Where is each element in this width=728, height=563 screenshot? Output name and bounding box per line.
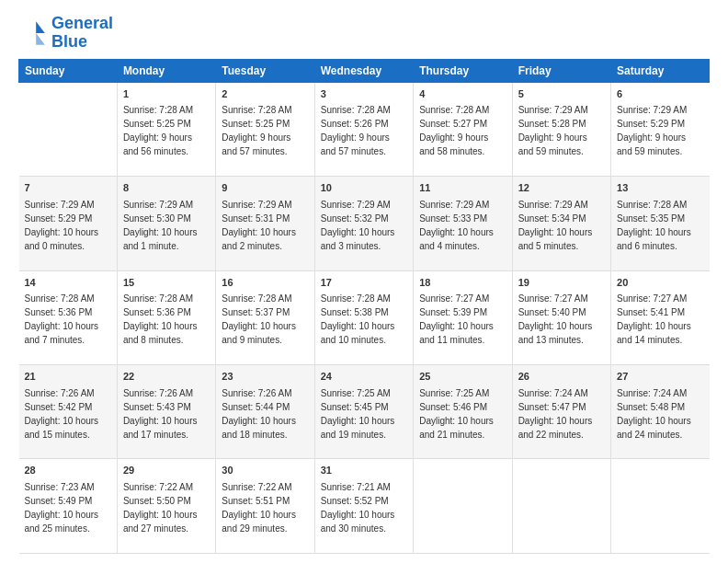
day-number: 25 [419, 369, 506, 385]
week-row-4: 21Sunrise: 7:26 AM Sunset: 5:42 PM Dayli… [19, 365, 710, 459]
day-cell: 20Sunrise: 7:27 AM Sunset: 5:41 PM Dayli… [611, 270, 710, 364]
day-number: 26 [518, 369, 605, 385]
day-number: 24 [321, 369, 407, 385]
header-cell-wednesday: Wednesday [314, 59, 413, 82]
day-content: Sunrise: 7:29 AM Sunset: 5:29 PM Dayligh… [617, 105, 687, 156]
day-cell: 3Sunrise: 7:28 AM Sunset: 5:26 PM Daylig… [314, 82, 413, 176]
day-content: Sunrise: 7:29 AM Sunset: 5:32 PM Dayligh… [321, 200, 395, 251]
day-cell [611, 459, 710, 554]
day-number: 5 [518, 86, 605, 102]
day-number: 15 [123, 275, 210, 291]
day-content: Sunrise: 7:26 AM Sunset: 5:43 PM Dayligh… [123, 388, 198, 440]
calendar-table: SundayMondayTuesdayWednesdayThursdayFrid… [18, 59, 710, 554]
day-content: Sunrise: 7:29 AM Sunset: 5:31 PM Dayligh… [222, 200, 296, 251]
day-number: 2 [222, 86, 308, 102]
day-content: Sunrise: 7:26 AM Sunset: 5:44 PM Dayligh… [222, 388, 296, 440]
day-cell: 30Sunrise: 7:22 AM Sunset: 5:51 PM Dayli… [216, 459, 314, 554]
header-cell-monday: Monday [117, 59, 215, 82]
week-row-2: 7Sunrise: 7:29 AM Sunset: 5:29 PM Daylig… [19, 177, 710, 270]
day-cell: 27Sunrise: 7:24 AM Sunset: 5:48 PM Dayli… [611, 365, 710, 459]
logo-text: General Blue [51, 15, 113, 52]
day-number: 16 [222, 275, 308, 291]
day-content: Sunrise: 7:28 AM Sunset: 5:35 PM Dayligh… [617, 200, 691, 251]
header-cell-sunday: Sunday [19, 59, 118, 82]
day-content: Sunrise: 7:28 AM Sunset: 5:36 PM Dayligh… [25, 293, 99, 345]
day-content: Sunrise: 7:26 AM Sunset: 5:42 PM Dayligh… [25, 388, 99, 440]
day-content: Sunrise: 7:22 AM Sunset: 5:50 PM Dayligh… [123, 482, 198, 534]
day-cell: 23Sunrise: 7:26 AM Sunset: 5:44 PM Dayli… [216, 365, 314, 459]
day-number: 19 [518, 275, 605, 291]
day-content: Sunrise: 7:24 AM Sunset: 5:47 PM Dayligh… [518, 388, 593, 440]
header: General Blue [18, 15, 710, 52]
day-content: Sunrise: 7:29 AM Sunset: 5:30 PM Dayligh… [123, 200, 198, 251]
day-number: 12 [518, 180, 605, 196]
day-content: Sunrise: 7:29 AM Sunset: 5:29 PM Dayligh… [25, 200, 99, 251]
day-content: Sunrise: 7:27 AM Sunset: 5:41 PM Dayligh… [617, 293, 691, 345]
day-cell [512, 459, 610, 554]
day-cell: 1Sunrise: 7:28 AM Sunset: 5:25 PM Daylig… [117, 82, 215, 176]
day-cell: 17Sunrise: 7:28 AM Sunset: 5:38 PM Dayli… [314, 270, 413, 364]
day-cell: 7Sunrise: 7:29 AM Sunset: 5:29 PM Daylig… [19, 177, 118, 270]
day-number: 28 [25, 463, 111, 478]
day-content: Sunrise: 7:21 AM Sunset: 5:52 PM Dayligh… [321, 482, 395, 534]
day-content: Sunrise: 7:28 AM Sunset: 5:26 PM Dayligh… [321, 105, 391, 156]
day-content: Sunrise: 7:28 AM Sunset: 5:38 PM Dayligh… [321, 293, 395, 345]
day-number: 3 [321, 86, 407, 102]
day-content: Sunrise: 7:27 AM Sunset: 5:40 PM Dayligh… [518, 293, 593, 345]
day-content: Sunrise: 7:25 AM Sunset: 5:46 PM Dayligh… [419, 388, 494, 440]
day-cell: 24Sunrise: 7:25 AM Sunset: 5:45 PM Dayli… [314, 365, 413, 459]
header-cell-saturday: Saturday [611, 59, 710, 82]
day-content: Sunrise: 7:29 AM Sunset: 5:33 PM Dayligh… [419, 200, 494, 251]
day-number: 21 [25, 369, 111, 385]
day-number: 11 [419, 180, 506, 196]
week-row-1: 1Sunrise: 7:28 AM Sunset: 5:25 PM Daylig… [19, 82, 710, 176]
day-content: Sunrise: 7:28 AM Sunset: 5:37 PM Dayligh… [222, 293, 296, 345]
week-row-5: 28Sunrise: 7:23 AM Sunset: 5:49 PM Dayli… [19, 459, 710, 554]
day-cell: 9Sunrise: 7:29 AM Sunset: 5:31 PM Daylig… [216, 177, 314, 270]
day-number: 29 [123, 463, 210, 478]
day-cell: 26Sunrise: 7:24 AM Sunset: 5:47 PM Dayli… [512, 365, 610, 459]
svg-marker-1 [36, 33, 45, 45]
day-content: Sunrise: 7:29 AM Sunset: 5:28 PM Dayligh… [518, 105, 588, 156]
day-number: 10 [321, 180, 407, 196]
logo-icon [18, 18, 48, 48]
day-content: Sunrise: 7:28 AM Sunset: 5:25 PM Dayligh… [222, 105, 291, 156]
day-number: 4 [419, 86, 506, 102]
day-cell: 28Sunrise: 7:23 AM Sunset: 5:49 PM Dayli… [19, 459, 118, 554]
day-cell: 19Sunrise: 7:27 AM Sunset: 5:40 PM Dayli… [512, 270, 610, 364]
day-cell: 18Sunrise: 7:27 AM Sunset: 5:39 PM Dayli… [414, 270, 512, 364]
day-number: 23 [222, 369, 308, 385]
day-number: 17 [321, 275, 407, 291]
day-cell: 22Sunrise: 7:26 AM Sunset: 5:43 PM Dayli… [117, 365, 215, 459]
day-content: Sunrise: 7:24 AM Sunset: 5:48 PM Dayligh… [617, 388, 691, 440]
day-cell: 12Sunrise: 7:29 AM Sunset: 5:34 PM Dayli… [512, 177, 610, 270]
day-number: 20 [617, 275, 703, 291]
day-cell: 6Sunrise: 7:29 AM Sunset: 5:29 PM Daylig… [611, 82, 710, 176]
day-number: 18 [419, 275, 506, 291]
logo: General Blue [18, 15, 113, 52]
svg-marker-0 [36, 21, 45, 33]
day-cell: 11Sunrise: 7:29 AM Sunset: 5:33 PM Dayli… [414, 177, 512, 270]
day-cell: 10Sunrise: 7:29 AM Sunset: 5:32 PM Dayli… [314, 177, 413, 270]
day-cell: 15Sunrise: 7:28 AM Sunset: 5:36 PM Dayli… [117, 270, 215, 364]
day-number: 1 [123, 86, 210, 102]
day-number: 6 [617, 86, 703, 102]
header-row: SundayMondayTuesdayWednesdayThursdayFrid… [19, 59, 710, 82]
day-content: Sunrise: 7:23 AM Sunset: 5:49 PM Dayligh… [25, 482, 99, 534]
day-content: Sunrise: 7:28 AM Sunset: 5:25 PM Dayligh… [123, 105, 193, 156]
day-cell: 5Sunrise: 7:29 AM Sunset: 5:28 PM Daylig… [512, 82, 610, 176]
day-content: Sunrise: 7:25 AM Sunset: 5:45 PM Dayligh… [321, 388, 395, 440]
day-cell: 31Sunrise: 7:21 AM Sunset: 5:52 PM Dayli… [314, 459, 413, 554]
day-cell [414, 459, 512, 554]
header-cell-thursday: Thursday [414, 59, 512, 82]
day-content: Sunrise: 7:29 AM Sunset: 5:34 PM Dayligh… [518, 200, 593, 251]
day-number: 30 [222, 463, 308, 478]
day-number: 22 [123, 369, 210, 385]
day-number: 31 [321, 463, 407, 478]
header-cell-tuesday: Tuesday [216, 59, 314, 82]
day-number: 27 [617, 369, 703, 385]
day-content: Sunrise: 7:27 AM Sunset: 5:39 PM Dayligh… [419, 293, 494, 345]
day-cell: 21Sunrise: 7:26 AM Sunset: 5:42 PM Dayli… [19, 365, 118, 459]
day-number: 13 [617, 180, 703, 196]
day-number: 7 [25, 180, 111, 196]
